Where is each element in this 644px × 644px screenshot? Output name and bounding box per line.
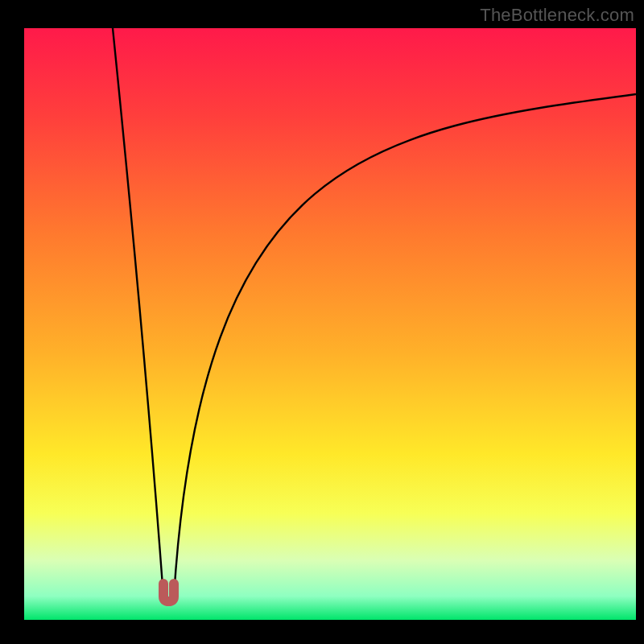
chart-frame: TheBottleneck.com bbox=[0, 0, 644, 644]
gradient-background bbox=[24, 28, 636, 620]
watermark-label: TheBottleneck.com bbox=[480, 5, 634, 26]
bottleneck-chart bbox=[24, 28, 636, 620]
